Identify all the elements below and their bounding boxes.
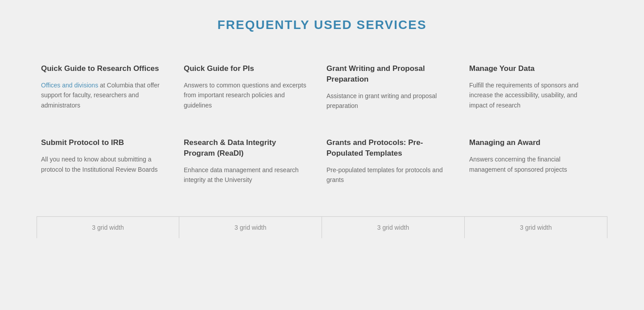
grid-label-3: 3 grid width	[322, 217, 465, 238]
services-grid: Quick Guide to Research Offices Offices …	[37, 54, 607, 203]
service-item-managing-award: Managing an Award Answers concerning the…	[465, 128, 607, 203]
service-title-manage-data[interactable]: Manage Your Data	[469, 63, 594, 74]
page-title: FREQUENTLY USED SERVICES	[217, 18, 426, 32]
service-description-managing-award: Answers concerning the financial managem…	[469, 154, 594, 174]
service-description-submit-protocol: All you need to know about submitting a …	[41, 154, 166, 174]
service-description-research-data-integrity: Enhance data management and research int…	[184, 165, 309, 185]
service-description-manage-data: Fulfill the requirements of sponsors and…	[469, 80, 594, 110]
service-description-grants-protocols: Pre-populated templates for protocols an…	[326, 165, 451, 185]
service-item-manage-data: Manage Your Data Fulfill the requirement…	[465, 54, 607, 128]
service-item-grant-writing: Grant Writing and Proposal Preparation A…	[322, 54, 465, 128]
service-item-quick-guide-pis: Quick Guide for PIs Answers to common qu…	[179, 54, 322, 128]
service-item-grants-protocols: Grants and Protocols: Pre-Populated Temp…	[322, 128, 465, 203]
grid-label-1: 3 grid width	[37, 217, 179, 238]
service-title-managing-award[interactable]: Managing an Award	[469, 137, 594, 148]
service-item-submit-protocol: Submit Protocol to IRB All you need to k…	[37, 128, 179, 203]
service-link-offices-divisions[interactable]: Offices and divisions	[41, 82, 98, 89]
service-title-quick-guide-research[interactable]: Quick Guide to Research Offices	[41, 63, 166, 74]
service-description-grant-writing: Assistance in grant writing and proposal…	[326, 91, 451, 111]
page-container: FREQUENTLY USED SERVICES Quick Guide to …	[0, 0, 644, 310]
grid-label-2: 3 grid width	[179, 217, 322, 238]
service-title-research-data-integrity[interactable]: Research & Data Integrity Program (ReaDI…	[184, 137, 309, 159]
grid-label-4: 3 grid width	[465, 217, 607, 238]
service-title-grant-writing[interactable]: Grant Writing and Proposal Preparation	[326, 63, 451, 85]
grid-labels: 3 grid width 3 grid width 3 grid width 3…	[37, 216, 607, 238]
service-item-research-data-integrity: Research & Data Integrity Program (ReaDI…	[179, 128, 322, 203]
service-title-submit-protocol[interactable]: Submit Protocol to IRB	[41, 137, 166, 148]
service-item-quick-guide-research: Quick Guide to Research Offices Offices …	[37, 54, 179, 128]
service-title-grants-protocols[interactable]: Grants and Protocols: Pre-Populated Temp…	[326, 137, 451, 159]
service-description-quick-guide-pis: Answers to common questions and excerpts…	[184, 80, 309, 110]
service-title-quick-guide-pis[interactable]: Quick Guide for PIs	[184, 63, 309, 74]
